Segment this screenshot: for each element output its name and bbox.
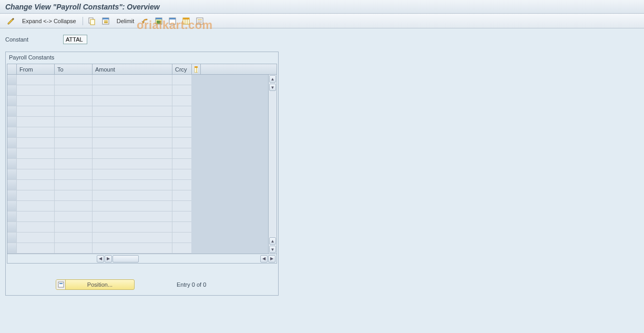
row-selector[interactable] xyxy=(7,190,17,200)
cell-crcy[interactable] xyxy=(172,96,191,106)
row-selector[interactable] xyxy=(7,169,17,179)
row-selector[interactable] xyxy=(7,117,17,127)
print-button[interactable] xyxy=(194,16,206,26)
cell-crcy[interactable] xyxy=(172,243,191,253)
scroll-down-button[interactable]: ▼ xyxy=(269,246,276,253)
select-all-button[interactable] xyxy=(100,16,111,26)
scroll-track[interactable] xyxy=(269,92,277,237)
cell-amount[interactable] xyxy=(93,180,172,190)
cell-amount[interactable] xyxy=(93,148,172,158)
cell-from[interactable] xyxy=(17,180,55,190)
config-button[interactable] xyxy=(180,16,192,26)
cell-to[interactable] xyxy=(55,85,93,95)
column-header-select[interactable] xyxy=(7,64,17,74)
cell-to[interactable] xyxy=(55,75,93,85)
row-selector[interactable] xyxy=(7,85,17,95)
cell-from[interactable] xyxy=(17,159,55,169)
cell-amount[interactable] xyxy=(93,117,172,127)
cell-from[interactable] xyxy=(17,190,55,200)
cell-from[interactable] xyxy=(17,243,55,253)
cell-to[interactable] xyxy=(55,117,93,127)
cell-from[interactable] xyxy=(17,138,55,148)
cell-from[interactable] xyxy=(17,233,55,243)
deselect-all-button[interactable] xyxy=(167,16,178,26)
select-block-button[interactable] xyxy=(153,16,165,26)
row-selector[interactable] xyxy=(7,243,17,253)
scroll-page-down-button[interactable]: ▲ xyxy=(269,237,276,245)
cell-to[interactable] xyxy=(55,159,93,169)
cell-from[interactable] xyxy=(17,211,55,221)
cell-amount[interactable] xyxy=(93,106,172,116)
toggle-display-change-button[interactable] xyxy=(5,16,17,26)
cell-crcy[interactable] xyxy=(172,127,191,137)
cell-to[interactable] xyxy=(55,222,93,232)
cell-to[interactable] xyxy=(55,180,93,190)
cell-crcy[interactable] xyxy=(172,190,191,200)
horizontal-scrollbar[interactable]: ◀ ▶ xyxy=(97,255,139,263)
cell-amount[interactable] xyxy=(93,96,172,106)
cell-amount[interactable] xyxy=(93,222,172,232)
scroll-page-up-button[interactable]: ▼ xyxy=(269,84,276,91)
cell-from[interactable] xyxy=(17,117,55,127)
scroll-right-end-button[interactable]: ▶ xyxy=(268,255,275,263)
column-header-to[interactable]: To xyxy=(55,64,93,74)
cell-amount[interactable] xyxy=(93,85,172,95)
copy-button[interactable] xyxy=(86,16,98,26)
cell-to[interactable] xyxy=(55,96,93,106)
cell-to[interactable] xyxy=(55,148,93,158)
cell-to[interactable] xyxy=(55,201,93,211)
cell-from[interactable] xyxy=(17,201,55,211)
row-selector[interactable] xyxy=(7,96,17,106)
cell-to[interactable] xyxy=(55,127,93,137)
cell-crcy[interactable] xyxy=(172,138,191,148)
cell-crcy[interactable] xyxy=(172,233,191,243)
cell-amount[interactable] xyxy=(93,243,172,253)
undo-button[interactable] xyxy=(139,16,151,26)
cell-amount[interactable] xyxy=(93,159,172,169)
cell-to[interactable] xyxy=(55,211,93,221)
delimit-button[interactable]: Delimit xyxy=(114,16,138,26)
cell-amount[interactable] xyxy=(93,169,172,179)
row-selector[interactable] xyxy=(7,148,17,158)
cell-to[interactable] xyxy=(55,106,93,116)
cell-amount[interactable] xyxy=(93,201,172,211)
constant-input[interactable] xyxy=(63,35,87,44)
cell-from[interactable] xyxy=(17,222,55,232)
cell-crcy[interactable] xyxy=(172,117,191,127)
row-selector[interactable] xyxy=(7,222,17,232)
cell-to[interactable] xyxy=(55,233,93,243)
cell-crcy[interactable] xyxy=(172,222,191,232)
expand-collapse-button[interactable]: Expand <-> Collapse xyxy=(19,16,79,26)
cell-amount[interactable] xyxy=(93,75,172,85)
cell-crcy[interactable] xyxy=(172,148,191,158)
column-header-crcy[interactable]: Crcy xyxy=(172,64,191,74)
scroll-thumb[interactable] xyxy=(113,255,139,263)
cell-crcy[interactable] xyxy=(172,106,191,116)
cell-to[interactable] xyxy=(55,169,93,179)
cell-from[interactable] xyxy=(17,106,55,116)
row-selector[interactable] xyxy=(7,159,17,169)
position-button[interactable]: Position... xyxy=(56,279,135,290)
cell-from[interactable] xyxy=(17,75,55,85)
cell-amount[interactable] xyxy=(93,190,172,200)
column-header-from[interactable]: From xyxy=(17,64,55,74)
cell-from[interactable] xyxy=(17,96,55,106)
row-selector[interactable] xyxy=(7,127,17,137)
cell-crcy[interactable] xyxy=(172,211,191,221)
cell-crcy[interactable] xyxy=(172,169,191,179)
cell-crcy[interactable] xyxy=(172,75,191,85)
cell-from[interactable] xyxy=(17,169,55,179)
cell-to[interactable] xyxy=(55,243,93,253)
column-header-amount[interactable]: Amount xyxy=(93,64,172,74)
cell-from[interactable] xyxy=(17,85,55,95)
cell-amount[interactable] xyxy=(93,211,172,221)
cell-amount[interactable] xyxy=(93,138,172,148)
row-selector[interactable] xyxy=(7,211,17,221)
scroll-right-button[interactable]: ▶ xyxy=(105,255,112,263)
cell-to[interactable] xyxy=(55,190,93,200)
row-selector[interactable] xyxy=(7,75,17,85)
row-selector[interactable] xyxy=(7,106,17,116)
cell-crcy[interactable] xyxy=(172,180,191,190)
scroll-left-end-button[interactable]: ◀ xyxy=(260,255,268,263)
row-selector[interactable] xyxy=(7,233,17,243)
